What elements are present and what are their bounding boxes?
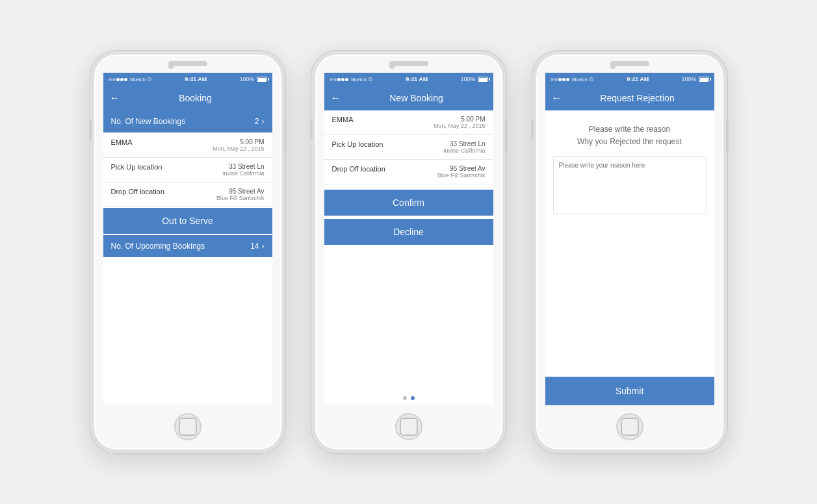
- booking-name-2: EMMA: [332, 116, 354, 123]
- content-spacer-3: [545, 214, 714, 377]
- battery-pct-1: 100%: [239, 76, 254, 82]
- btn-separator: [324, 216, 493, 218]
- signal-dot-3-3: [558, 78, 562, 81]
- phone-2: Sketch ⊙ 9:41 AM 100% ← New Booking: [311, 51, 506, 453]
- nav-title-1: Booking: [125, 93, 266, 103]
- phone-2-bottom: [315, 408, 502, 449]
- phone-1-speaker: [168, 61, 207, 66]
- out-to-serve-button[interactable]: Out to Serve: [103, 208, 272, 234]
- signal-dot-2-1: [330, 78, 333, 81]
- status-dots-2: [330, 78, 348, 81]
- dropoff-row-1: Drop Off location 95 Street Av Blue Fill…: [103, 183, 272, 207]
- upcoming-bookings-label: No. Of Upcoming Bookings: [111, 242, 205, 251]
- signal-dot-2-4: [341, 78, 344, 81]
- page-dots-2: [324, 391, 493, 405]
- confirm-button[interactable]: Confirm: [324, 190, 493, 216]
- booking-date-2: Mon, May 22 , 2015: [434, 123, 486, 129]
- battery-fill-2: [479, 78, 487, 81]
- back-button-2[interactable]: ←: [331, 92, 341, 104]
- dropoff-value-2: 95 Street Av: [437, 165, 486, 172]
- pickup-value-2: 33 Street Ln: [443, 140, 486, 147]
- status-bar-3: Sketch ⊙ 9:41 AM 100%: [545, 73, 714, 86]
- chevron-right-icon-1: ›: [262, 117, 265, 126]
- reason-prompt: Please write the reason Why you Rejected…: [545, 110, 714, 156]
- back-button-1[interactable]: ←: [110, 92, 120, 104]
- home-button-inner-3: [621, 418, 639, 436]
- status-bar-1: Sketch ⊙ 9:41 AM 100%: [103, 73, 272, 86]
- nav-title-3: Request Rejection: [567, 93, 708, 103]
- status-dots-3: [551, 78, 569, 81]
- phone-1-camera: [168, 64, 174, 69]
- dropoff-city-2: Blue Fill Santschik: [437, 172, 486, 179]
- booking-time-container: 5.00 PM Mon, May 22 , 2015: [213, 138, 265, 152]
- phone-3-camera: [610, 64, 616, 69]
- reason-line2: Why you Rejected the request: [556, 136, 704, 148]
- phone-2-speaker: [389, 61, 428, 66]
- home-button-1[interactable]: [174, 413, 201, 440]
- phone-2-screen: Sketch ⊙ 9:41 AM 100% ← New Booking: [324, 73, 493, 405]
- wifi-icon-2: ⊙: [368, 76, 373, 82]
- status-left-2: Sketch ⊙: [330, 76, 373, 82]
- upcoming-count-container: 14 ›: [250, 242, 264, 251]
- dropoff-label-2: Drop Off location: [332, 165, 385, 173]
- pickup-city-2: Invine California: [443, 147, 486, 154]
- pickup-city-1: Invine California: [222, 170, 265, 177]
- content-spacer-1: [103, 258, 272, 405]
- phone-2-top: [315, 55, 502, 70]
- submit-button[interactable]: Submit: [545, 377, 714, 405]
- signal-dot-3-2: [554, 78, 558, 81]
- battery-fill-3: [700, 78, 708, 81]
- booking-name-row: EMMA 5.00 PM Mon, May 22 , 2015: [103, 133, 272, 158]
- status-right-2: 100%: [460, 76, 487, 82]
- phone-2-camera: [389, 64, 395, 69]
- new-bookings-count-container: 2 ›: [255, 117, 265, 126]
- home-button-2[interactable]: [395, 413, 422, 440]
- phone-3-screen: Sketch ⊙ 9:41 AM 100% ← Request Rejectio…: [545, 73, 714, 405]
- signal-dot-2-3: [337, 78, 341, 81]
- screen-content-2: EMMA 5.00 PM Mon, May 22 , 2015 Pick Up …: [324, 110, 493, 405]
- battery-icon-1: [257, 77, 267, 82]
- pickup-label-1: Pick Up location: [111, 163, 162, 171]
- dropoff-value-container-1: 95 Street Av Blue Fill Santschik: [216, 188, 265, 201]
- pickup-label-2: Pick Up location: [332, 140, 383, 148]
- phone-1-bottom: [94, 408, 281, 449]
- signal-dot-3-1: [551, 78, 554, 81]
- nav-bar-3: ← Request Rejection: [545, 86, 714, 110]
- decline-button[interactable]: Decline: [324, 219, 493, 245]
- pickup-value-1: 33 Street Ln: [222, 163, 265, 170]
- new-bookings-count: 2: [255, 117, 259, 126]
- upcoming-bookings-header[interactable]: No. Of Upcoming Bookings 14 ›: [103, 235, 272, 257]
- chevron-right-icon-2: ›: [262, 242, 265, 251]
- signal-dot-4: [120, 78, 123, 81]
- dropoff-value-container-2: 95 Street Av Blue Fill Santschik: [437, 165, 486, 179]
- status-dots-1: [109, 78, 127, 81]
- signal-dot-2-5: [345, 78, 348, 81]
- new-bookings-header[interactable]: No. Of New Bookings 2 ›: [103, 110, 272, 132]
- pickup-row-2: Pick Up location 33 Street Ln Invine Cal…: [324, 135, 493, 160]
- status-time-3: 9:41 AM: [627, 76, 649, 82]
- new-bookings-label: No. Of New Bookings: [111, 117, 186, 126]
- page-dot-2: [411, 396, 415, 400]
- reason-textarea[interactable]: [553, 156, 707, 214]
- signal-dot-5: [124, 78, 127, 81]
- reason-line1: Please write the reason: [556, 123, 704, 136]
- booking-time: 5.00 PM: [213, 138, 265, 145]
- signal-dot-3: [116, 78, 120, 81]
- booking-time-container-2: 5.00 PM Mon, May 22 , 2015: [434, 116, 486, 129]
- phone-1-top: [94, 55, 281, 70]
- home-button-inner-2: [400, 418, 418, 436]
- status-left-1: Sketch ⊙: [109, 76, 152, 82]
- home-button-3[interactable]: [616, 413, 643, 440]
- content-spacer-2: [324, 246, 493, 391]
- phone-3-top: [536, 55, 723, 70]
- wifi-icon-3: ⊙: [589, 76, 594, 82]
- back-button-3[interactable]: ←: [552, 92, 562, 104]
- phone-1-screen: Sketch ⊙ 9:41 AM 100% ← Booking: [103, 73, 272, 405]
- status-bar-2: Sketch ⊙ 9:41 AM 100%: [324, 73, 493, 86]
- dropoff-value-1: 95 Street Av: [216, 188, 265, 195]
- nav-bar-2: ← New Booking: [324, 86, 493, 110]
- phone-3-speaker: [610, 61, 649, 66]
- phone-1: Sketch ⊙ 9:41 AM 100% ← Booking: [90, 51, 285, 453]
- battery-pct-2: 100%: [460, 76, 475, 82]
- status-left-3: Sketch ⊙: [551, 76, 594, 82]
